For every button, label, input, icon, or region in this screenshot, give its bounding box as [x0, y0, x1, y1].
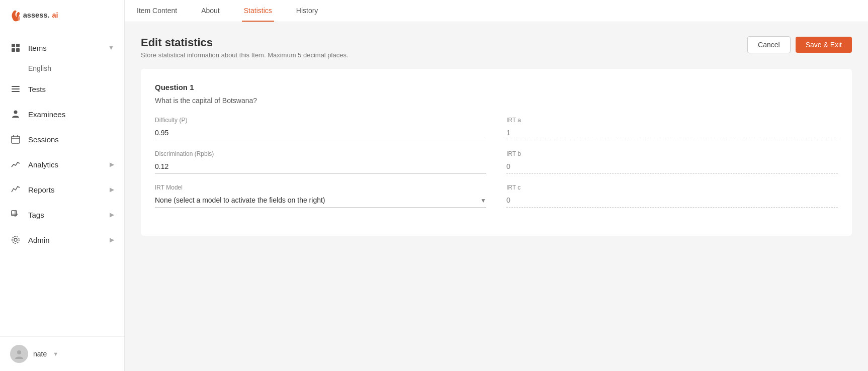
irt-c-label: IRT c: [506, 184, 838, 191]
svg-rect-2: [12, 44, 15, 47]
question-label: Question 1: [155, 83, 838, 91]
sidebar-item-tests[interactable]: Tests: [0, 76, 124, 102]
sidebar-item-label: Items: [28, 44, 47, 52]
logo-area: assess. ai: [0, 0, 124, 30]
difficulty-label: Difficulty (P): [155, 117, 486, 124]
svg-rect-14: [12, 211, 17, 216]
irt-a-field: IRT a: [506, 117, 838, 140]
tab-about[interactable]: About: [199, 1, 222, 22]
form-grid: Difficulty (P) Discrimination (Rpbis) IR…: [155, 117, 838, 218]
discrimination-field: Discrimination (Rpbis): [155, 150, 486, 174]
chevron-right-icon: ▶: [110, 236, 114, 243]
difficulty-field: Difficulty (P): [155, 117, 486, 140]
sidebar-item-analytics[interactable]: Analytics ▶: [0, 152, 124, 177]
svg-rect-10: [12, 136, 20, 143]
list-icon: [10, 83, 21, 95]
irt-b-label: IRT b: [506, 150, 838, 157]
user-chevron-icon: ▼: [53, 351, 58, 357]
sidebar-item-english[interactable]: English: [0, 60, 124, 76]
content-area: Edit statistics Store statistical inform…: [125, 22, 868, 371]
report-icon: [10, 184, 21, 195]
header-actions: Cancel Save & Exit: [747, 36, 852, 53]
form-card: Question 1 What is the capital of Botswa…: [141, 69, 852, 236]
sidebar-item-label: Examinees: [28, 110, 65, 119]
svg-text:ai: ai: [52, 11, 58, 19]
admin-icon: [10, 234, 21, 245]
sidebar-item-admin[interactable]: Admin ▶: [0, 227, 124, 252]
form-right: IRT a IRT b IRT c: [506, 117, 838, 218]
svg-rect-4: [12, 48, 15, 52]
chart-icon: [10, 159, 21, 170]
top-tabs: Item Content About Statistics History: [125, 0, 868, 22]
sidebar-item-label: Reports: [28, 186, 55, 194]
tag-icon: [10, 209, 21, 220]
svg-text:assess.: assess.: [23, 11, 50, 19]
irt-model-label: IRT Model: [155, 184, 486, 191]
form-left: Difficulty (P) Discrimination (Rpbis) IR…: [155, 117, 486, 218]
svg-rect-3: [16, 44, 20, 47]
page-title: Edit statistics: [141, 36, 349, 49]
svg-point-19: [17, 350, 21, 354]
svg-point-17: [14, 238, 17, 241]
sidebar-item-label: Tests: [28, 85, 46, 94]
irt-model-select[interactable]: None (select a model to activate the fie…: [155, 193, 486, 208]
sidebar-item-label: Analytics: [28, 160, 58, 169]
discrimination-input[interactable]: [155, 159, 486, 174]
sidebar-item-examinees[interactable]: Examinees: [0, 102, 124, 127]
chevron-down-icon: ▼: [108, 44, 114, 51]
grid-icon: [10, 42, 21, 53]
svg-point-18: [12, 236, 19, 243]
difficulty-input[interactable]: [155, 126, 486, 140]
sidebar-item-label: Admin: [28, 236, 50, 244]
question-text: What is the capital of Botswana?: [155, 97, 838, 105]
user-name: nate: [33, 350, 47, 358]
chevron-right-icon: ▶: [110, 211, 114, 218]
irt-b-field: IRT b: [506, 150, 838, 174]
discrimination-label: Discrimination (Rpbis): [155, 150, 486, 157]
sidebar-item-reports[interactable]: Reports ▶: [0, 177, 124, 202]
sidebar: assess. ai Items ▼ English: [0, 0, 125, 371]
sidebar-item-tags[interactable]: Tags ▶: [0, 202, 124, 227]
svg-rect-6: [12, 86, 20, 87]
sidebar-item-sessions[interactable]: Sessions: [0, 127, 124, 152]
chevron-right-icon: ▶: [110, 186, 114, 193]
cancel-button[interactable]: Cancel: [747, 36, 791, 53]
tab-statistics[interactable]: Statistics: [242, 1, 274, 22]
sidebar-item-items[interactable]: Items ▼: [0, 35, 124, 60]
page-header: Edit statistics Store statistical inform…: [141, 36, 852, 59]
svg-rect-7: [12, 88, 20, 89]
person-icon: [10, 109, 21, 120]
irt-model-field: IRT Model None (select a model to activa…: [155, 184, 486, 208]
calendar-icon: [10, 134, 21, 145]
tab-item-content[interactable]: Item Content: [135, 1, 179, 22]
avatar: [10, 345, 28, 363]
main-content: Item Content About Statistics History Ed…: [125, 0, 868, 371]
tab-history[interactable]: History: [294, 1, 320, 22]
header-left: Edit statistics Store statistical inform…: [141, 36, 349, 59]
sidebar-footer: nate ▼: [0, 336, 124, 371]
chevron-right-icon: ▶: [110, 161, 114, 168]
logo: assess. ai: [10, 6, 65, 24]
sidebar-nav: Items ▼ English Tests: [0, 30, 124, 336]
page-subtitle: Store statistical information about this…: [141, 51, 349, 59]
save-exit-button[interactable]: Save & Exit: [796, 37, 852, 53]
irt-a-input[interactable]: [506, 126, 838, 140]
irt-a-label: IRT a: [506, 117, 838, 124]
svg-rect-8: [12, 91, 20, 92]
irt-model-select-wrapper: None (select a model to activate the fie…: [155, 193, 486, 208]
sidebar-item-label: Tags: [28, 211, 44, 219]
irt-b-input[interactable]: [506, 159, 838, 174]
sidebar-subitem-label: English: [28, 64, 51, 72]
svg-rect-5: [16, 48, 20, 52]
sidebar-item-label: Sessions: [28, 135, 59, 144]
irt-c-field: IRT c: [506, 184, 838, 208]
irt-c-input[interactable]: [506, 193, 838, 208]
svg-point-9: [14, 111, 18, 114]
